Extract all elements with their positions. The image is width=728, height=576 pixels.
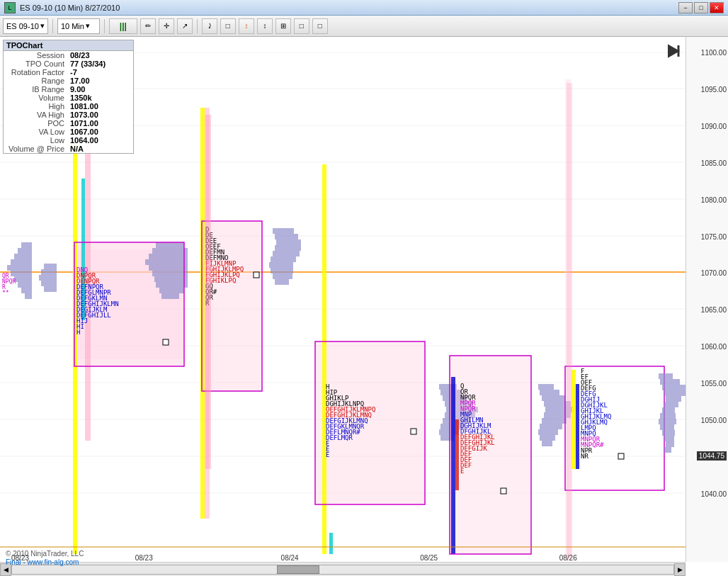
scrollbar[interactable]: ◀ 08/23 08/23 08/24 08/25 08/26 ▶ — [0, 562, 686, 576]
value-vol-price: N/A — [67, 145, 133, 153]
svg-rect-145 — [542, 395, 565, 401]
info-row-vol-price: Volume @ Price N/A — [4, 145, 133, 153]
scroll-right-button[interactable]: ▶ — [674, 563, 686, 576]
svg-rect-91 — [271, 268, 293, 273]
svg-rect-83 — [254, 272, 259, 278]
svg-rect-174 — [618, 453, 624, 459]
svg-rect-20 — [18, 248, 32, 254]
chart-area: TPOChart Session 08/23 TPO Count 77 (33/… — [0, 37, 728, 576]
svg-rect-24 — [11, 271, 32, 276]
toolbar-separator-1 — [52, 19, 53, 33]
date-label-0825: 08/25 — [420, 554, 438, 562]
svg-rect-156 — [576, 384, 579, 469]
chart-type-button[interactable]: □ — [220, 18, 236, 34]
info-row-high: High 1081.00 — [4, 102, 133, 111]
crosshair-button[interactable]: ✛ — [159, 18, 174, 34]
export-button[interactable]: □ — [294, 18, 309, 34]
svg-rect-186 — [664, 436, 674, 441]
svg-rect-151 — [538, 429, 558, 435]
svg-rect-47 — [149, 254, 188, 259]
svg-rect-28 — [25, 293, 32, 299]
svg-rect-53 — [159, 288, 184, 293]
scroll-track[interactable]: 08/23 08/23 08/24 08/25 08/26 — [11, 565, 674, 575]
svg-rect-189 — [205, 115, 211, 469]
website-link[interactable]: Final - www.fin-alg.com — [6, 558, 79, 566]
svg-rect-86 — [276, 239, 301, 245]
label-high: High — [4, 102, 67, 111]
svg-rect-92 — [273, 273, 292, 279]
zoom-button[interactable]: ⤸ — [202, 18, 217, 34]
value-ib-range: 9.00 — [67, 85, 133, 94]
indicator-button[interactable]: ||| — [109, 18, 137, 34]
info-table: Session 08/23 TPO Count 77 (33/34) Rotat… — [4, 51, 133, 153]
scale-button-2[interactable]: ↕ — [257, 18, 273, 34]
instrument-selector[interactable]: ES 09-10 ▾ — [3, 18, 48, 34]
value-range: 17.00 — [67, 77, 133, 85]
svg-rect-57 — [44, 264, 57, 269]
value-rotation: -7 — [67, 68, 133, 77]
svg-rect-84 — [273, 228, 294, 234]
window-title: ES 09-10 (10 Min) 8/27/2010 — [20, 4, 678, 12]
dropdown-arrow-2: ▾ — [86, 21, 90, 30]
svg-text:DNQ: DNQ — [76, 266, 88, 273]
date-label-0823: 08/23 — [135, 554, 153, 562]
info-row-va-high: VA High 1073.00 — [4, 111, 133, 119]
svg-rect-61 — [44, 286, 57, 292]
price-1100: 1100.00 — [701, 49, 727, 57]
info-row-va-low: VA Low 1067.00 — [4, 128, 133, 136]
timeframe-selector[interactable]: 10 Min ▾ — [57, 18, 100, 34]
svg-rect-27 — [21, 288, 32, 293]
grid-button[interactable]: ⊞ — [275, 18, 291, 34]
svg-rect-45 — [156, 242, 184, 248]
settings-button[interactable]: □ — [312, 18, 328, 34]
svg-rect-19 — [21, 242, 32, 248]
l-button[interactable]: L — [4, 2, 16, 13]
label-session: Session — [4, 51, 67, 60]
svg-rect-95 — [322, 164, 326, 554]
info-row-volume: Volume 1350k — [4, 94, 133, 102]
svg-rect-23 — [7, 265, 32, 271]
svg-rect-111 — [411, 429, 416, 434]
svg-rect-177 — [662, 385, 686, 390]
svg-rect-183 — [659, 419, 676, 424]
svg-rect-59 — [39, 275, 57, 281]
svg-rect-185 — [662, 430, 675, 436]
maximize-button[interactable]: □ — [694, 2, 708, 13]
svg-rect-46 — [152, 248, 188, 254]
svg-rect-21 — [14, 254, 32, 259]
svg-text:E: E — [326, 451, 329, 458]
price-1095: 1095.00 — [701, 86, 727, 94]
svg-rect-89 — [271, 256, 296, 262]
price-1050: 1050.00 — [701, 416, 727, 424]
info-row-session: Session 08/23 — [4, 51, 133, 60]
svg-marker-0 — [669, 45, 678, 57]
panel-title: TPOChart — [4, 40, 133, 51]
label-va-low: VA Low — [4, 128, 67, 136]
draw-pencil-button[interactable]: ✏ — [140, 18, 156, 34]
toolbar-separator-3 — [197, 19, 198, 33]
close-button[interactable]: ✕ — [710, 2, 724, 13]
svg-rect-190 — [567, 83, 572, 558]
info-row-range: Range 17.00 — [4, 77, 133, 85]
label-range: Range — [4, 77, 67, 85]
svg-rect-142 — [501, 488, 506, 494]
svg-rect-180 — [664, 402, 678, 407]
scale-button[interactable]: ↕ — [239, 18, 254, 34]
svg-rect-124 — [455, 419, 459, 490]
price-1075: 1075.00 — [701, 232, 727, 240]
scroll-thumb[interactable] — [277, 565, 319, 574]
arrow-button[interactable]: ↗ — [177, 18, 193, 34]
svg-rect-58 — [41, 269, 57, 275]
svg-text:E: E — [460, 468, 464, 475]
svg-rect-179 — [666, 396, 681, 402]
svg-rect-175 — [659, 373, 673, 379]
svg-rect-48 — [145, 259, 188, 265]
svg-rect-93 — [275, 279, 289, 285]
svg-rect-22 — [11, 259, 32, 265]
copyright-text: © 2010 NinjaTrader, LLC — [6, 550, 84, 558]
label-tpo-count: TPO Count — [4, 60, 67, 68]
value-tpo-count: 77 (33/34) — [67, 60, 133, 68]
play-button[interactable] — [664, 43, 681, 60]
price-1055: 1055.00 — [701, 380, 727, 388]
minimize-button[interactable]: − — [678, 2, 693, 13]
